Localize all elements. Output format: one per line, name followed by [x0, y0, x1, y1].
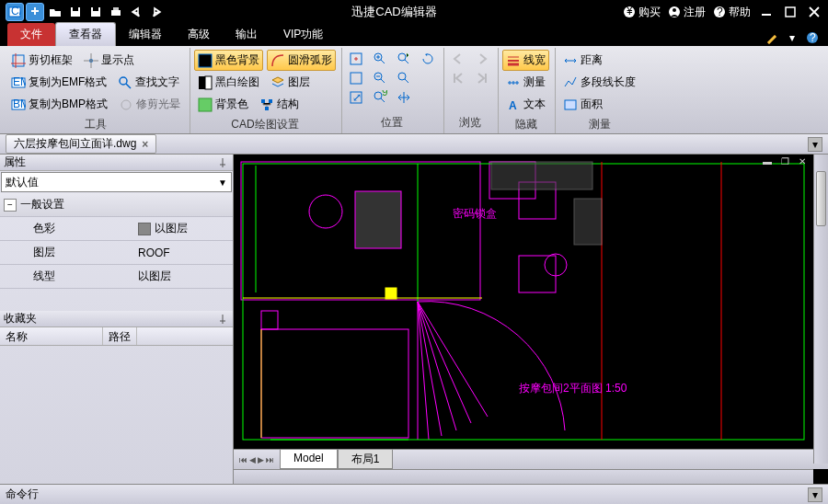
help-button[interactable]: ?帮助: [713, 5, 751, 20]
doctabs-dropdown[interactable]: ▾: [808, 137, 822, 152]
fav-col-name[interactable]: 名称: [0, 327, 103, 345]
find-icon: [118, 75, 132, 90]
cmdline-dropdown[interactable]: ▾: [808, 487, 822, 502]
zoom-extents-button[interactable]: 95: [370, 88, 390, 107]
fav-col-path[interactable]: 路径: [103, 327, 137, 345]
tab-layout1[interactable]: 布局1: [338, 450, 394, 469]
collapse-icon[interactable]: −: [4, 199, 17, 212]
zoom-out-button[interactable]: [370, 69, 390, 87]
drawing-canvas[interactable]: 按摩包间2平面图 1:50 密码锁盒: [234, 155, 828, 484]
polyline-icon: [563, 75, 578, 90]
save-as-button[interactable]: [86, 3, 105, 21]
polyline-length-button[interactable]: 多段线长度: [559, 72, 639, 93]
nav-back-button[interactable]: [448, 50, 468, 68]
distance-button[interactable]: 距离: [559, 50, 606, 71]
layer-button[interactable]: 图层: [267, 72, 314, 93]
svg-rect-54: [261, 329, 408, 438]
zoom-in-button[interactable]: [370, 50, 390, 68]
svg-rect-7: [93, 7, 98, 11]
layout-nav-prev[interactable]: ◀: [249, 455, 256, 464]
show-point-button[interactable]: 显示点: [80, 50, 138, 71]
maximize-button[interactable]: [782, 4, 799, 20]
properties-panel: 属性 默认值 ▼ − 一般设置 色彩 以图层 图层 ROOF 线型 以图层: [0, 155, 234, 484]
register-button[interactable]: 注册: [668, 5, 706, 20]
layout-nav-last[interactable]: ⏭: [266, 455, 274, 464]
save-button[interactable]: [66, 3, 85, 21]
canvas-restore-icon[interactable]: ❐: [777, 156, 792, 169]
group-label-measure: 测量: [559, 115, 639, 135]
minimize-button[interactable]: [758, 4, 775, 20]
prop-row-color[interactable]: 色彩 以图层: [0, 217, 233, 241]
tab-model[interactable]: Model: [280, 450, 338, 469]
chevron-down-icon: ▼: [218, 178, 227, 188]
open-file-button[interactable]: [46, 3, 64, 21]
app-menu-button[interactable]: CAD: [6, 3, 24, 21]
register-label: 注册: [684, 5, 706, 20]
menu-dropdown-icon[interactable]: ▾: [784, 29, 800, 46]
svg-text:密码锁盒: 密码锁盒: [453, 207, 497, 220]
prop-row-layer[interactable]: 图层 ROOF: [0, 241, 233, 265]
canvas-min-icon[interactable]: ▬: [760, 156, 775, 169]
svg-text:¥: ¥: [626, 6, 633, 17]
layout-nav-next[interactable]: ▶: [258, 455, 264, 464]
close-button[interactable]: [806, 4, 822, 20]
close-document-icon[interactable]: ×: [142, 138, 148, 151]
default-value-combo[interactable]: 默认值 ▼: [1, 172, 232, 192]
titlebar-right-controls: ¥购买 注册 ?帮助: [623, 4, 822, 20]
tab-file[interactable]: 文件: [7, 23, 55, 46]
prop-row-linetype[interactable]: 线型 以图层: [0, 265, 233, 289]
text-hide-button[interactable]: A文本: [502, 94, 549, 115]
redo-button[interactable]: [147, 3, 166, 21]
svg-rect-3: [34, 7, 36, 15]
pos-btn-3[interactable]: ⤢: [346, 88, 366, 107]
nav-fwd-button[interactable]: [472, 50, 492, 68]
vertical-scrollbar[interactable]: [813, 155, 828, 464]
pin-icon[interactable]: [218, 314, 229, 325]
tab-editor[interactable]: 编辑器: [116, 23, 175, 46]
nav-first-button[interactable]: [448, 69, 468, 87]
trim-halo-button[interactable]: 修剪光晕: [115, 94, 184, 115]
copy-emf-button[interactable]: EMF复制为EMF格式: [7, 72, 110, 93]
nav-last-button[interactable]: [472, 69, 492, 87]
pin-icon[interactable]: [218, 157, 229, 168]
print-button[interactable]: [107, 3, 125, 21]
rotate-button[interactable]: [418, 50, 438, 68]
tab-advanced[interactable]: 高级: [175, 23, 223, 46]
distance-icon: [563, 53, 578, 68]
zoom-dropdown-1[interactable]: [394, 50, 414, 68]
measure-hide-button[interactable]: 测量: [502, 72, 549, 93]
pan-button[interactable]: [394, 88, 414, 107]
horizontal-scrollbar[interactable]: [234, 469, 813, 484]
pos-btn-1[interactable]: [346, 50, 366, 68]
zoom-dropdown-2[interactable]: [394, 69, 414, 87]
find-text-button[interactable]: 查找文字: [114, 72, 183, 93]
pos-btn-2[interactable]: [346, 69, 366, 87]
tab-output[interactable]: 输出: [223, 23, 270, 46]
tab-vip[interactable]: VIP功能: [270, 23, 336, 46]
buy-button[interactable]: ¥购买: [623, 5, 661, 20]
favorites-header: 收藏夹: [0, 311, 233, 327]
prop-category-general[interactable]: − 一般设置: [0, 193, 233, 217]
copy-bmp-button[interactable]: BMP复制为BMP格式: [7, 94, 111, 115]
smooth-arc-button[interactable]: 圆滑弧形: [267, 50, 336, 71]
layout-nav-first[interactable]: ⏮: [239, 455, 247, 464]
linewidth-button[interactable]: 线宽: [502, 50, 549, 71]
area-button[interactable]: 面积: [559, 94, 606, 115]
undo-button[interactable]: [127, 3, 145, 21]
document-tab[interactable]: 六层按摩包间立面详.dwg ×: [6, 134, 156, 154]
canvas-close-icon[interactable]: ✕: [795, 156, 810, 169]
menu-help-icon[interactable]: ?: [804, 29, 821, 46]
bw-draw-button[interactable]: 黑白绘图: [194, 72, 263, 93]
pen-icon[interactable]: [764, 29, 780, 46]
scrollbar-thumb[interactable]: [816, 171, 826, 226]
command-line[interactable]: 命令行 ▾: [0, 484, 828, 504]
structure-icon: [259, 97, 274, 112]
new-file-button[interactable]: [26, 3, 44, 21]
structure-button[interactable]: 结构: [256, 94, 303, 115]
black-bg-button[interactable]: 黑色背景: [194, 50, 263, 71]
tab-viewer[interactable]: 查看器: [55, 22, 116, 46]
bg-color-button[interactable]: 背景色: [194, 94, 252, 115]
crop-frame-button[interactable]: 剪切框架: [7, 50, 76, 71]
properties-header: 属性: [0, 155, 233, 171]
svg-text:CAD: CAD: [11, 6, 21, 17]
